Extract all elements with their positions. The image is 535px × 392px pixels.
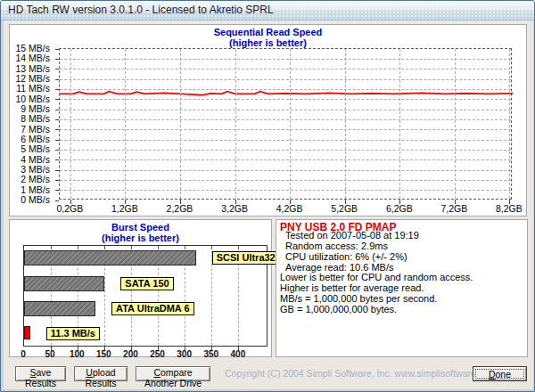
burst-x-axis-labels: 050100150200250300350400 bbox=[23, 349, 268, 360]
burst-plot-area: SCSI Ultra320SATA 150ATA UltraDMA 611.3 … bbox=[23, 245, 268, 347]
client-area: Sequential Read Speed (higher is better)… bbox=[4, 20, 533, 389]
burst-bar bbox=[24, 326, 30, 339]
hdtach-window: HD Tach RW version 3.0.1.0 - Licensed to… bbox=[0, 0, 535, 392]
seq-x-tick-label: 0,2GB bbox=[47, 203, 92, 214]
sequential-read-line bbox=[60, 92, 513, 95]
seq-y-tick-label: 12 MB/s bbox=[15, 73, 50, 84]
seq-y-tickmark bbox=[55, 89, 59, 90]
burst-top-tickmark bbox=[131, 246, 132, 249]
seq-y-tick-label: 11 MB/s bbox=[16, 83, 50, 94]
burst-bar-label: SCSI Ultra320 bbox=[212, 251, 285, 265]
seq-y-tickmark bbox=[55, 150, 59, 151]
seq-y-tick-label: 15 MB/s bbox=[15, 43, 50, 53]
burst-bar bbox=[24, 250, 196, 265]
seq-h-gridline bbox=[60, 140, 511, 141]
seq-y-tick-label: 6 MB/s bbox=[21, 134, 50, 144]
seq-h-gridline bbox=[60, 150, 511, 151]
seq-y-tickmark bbox=[55, 140, 59, 141]
note-mbs-definition: MB/s = 1,000,000 bytes per second. bbox=[280, 293, 473, 304]
seq-x-tick-label: 4,2GB bbox=[268, 203, 312, 214]
window-titlebar[interactable]: HD Tach RW version 3.0.1.0 - Licensed to… bbox=[1, 1, 534, 20]
stat-tested-on: Tested on 2007-05-08 at 19:19 bbox=[285, 230, 419, 241]
seq-y-tick-label: 7 MB/s bbox=[21, 124, 50, 135]
seq-y-tickmark bbox=[55, 159, 59, 160]
upload-results-button[interactable]: Upload Results bbox=[74, 366, 128, 381]
seq-h-gridline bbox=[60, 99, 511, 100]
burst-x-tick-label: 400 bbox=[222, 349, 254, 359]
seq-h-gridline bbox=[60, 159, 511, 160]
seq-v-gridline bbox=[180, 49, 181, 199]
seq-x-axis-labels: 0,2GB1,2GB2,2GB3,2GB4,2GB5,2GB6,2GB7,2GB… bbox=[59, 203, 512, 216]
drive-info-panel: PNY USB 2.0 FD PMAP Tested on 2007-05-08… bbox=[276, 219, 528, 357]
note-gb-definition: GB = 1,000,000,000 bytes. bbox=[280, 304, 473, 314]
seq-v-gridline bbox=[125, 49, 126, 199]
burst-bar bbox=[24, 301, 95, 316]
seq-y-tick-label: 0 MB/s bbox=[21, 194, 50, 205]
note-higher-better: Higher is better for average read. bbox=[280, 282, 473, 293]
seq-h-gridline bbox=[60, 190, 511, 191]
burst-bar-label: 11.3 MB/s bbox=[46, 327, 100, 340]
seq-y-tick-label: 14 MB/s bbox=[15, 53, 50, 63]
seq-y-tickmark bbox=[55, 49, 59, 50]
done-button[interactable]: Done bbox=[473, 366, 527, 381]
seq-x-tick-label: 1,2GB bbox=[103, 203, 147, 214]
seq-h-gridline bbox=[60, 110, 511, 110]
seq-h-gridline bbox=[60, 129, 511, 130]
burst-top-tickmark bbox=[78, 246, 78, 249]
seq-y-tickmark bbox=[55, 170, 59, 171]
seq-y-tickmark bbox=[55, 99, 59, 100]
burst-chart-subtitle: (higher is better) bbox=[10, 233, 271, 243]
seq-v-gridline bbox=[290, 49, 291, 199]
seq-y-tickmark bbox=[55, 190, 59, 191]
burst-top-tickmark bbox=[51, 246, 52, 249]
save-results-button[interactable]: Save Results bbox=[15, 366, 66, 381]
burst-speed-panel: Burst Speed (higher is better) SCSI Ultr… bbox=[9, 219, 272, 357]
seq-x-tick-label: 5,2GB bbox=[322, 203, 366, 214]
seq-y-tick-label: 9 MB/s bbox=[21, 103, 50, 114]
seq-y-tick-label: 8 MB/s bbox=[21, 113, 50, 124]
seq-y-tickmark bbox=[55, 200, 59, 201]
seq-h-gridline bbox=[60, 119, 511, 120]
burst-top-tickmark bbox=[211, 246, 212, 249]
burst-top-tickmark bbox=[104, 246, 105, 249]
seq-y-tickmark bbox=[55, 79, 59, 80]
sequential-read-panel: Sequential Read Speed (higher is better)… bbox=[9, 24, 527, 216]
seq-x-tick-label: 6,2GB bbox=[377, 203, 422, 214]
seq-x-tick-label: 3,2GB bbox=[212, 203, 257, 214]
drive-stats: Tested on 2007-05-08 at 19:19 Random acc… bbox=[285, 230, 419, 273]
burst-chart-title: Burst Speed bbox=[10, 222, 271, 233]
seq-v-gridline bbox=[399, 49, 400, 199]
seq-y-tickmark bbox=[55, 110, 59, 110]
seq-h-gridline bbox=[60, 79, 511, 80]
button-row: Save Results Upload Results Compare Anot… bbox=[4, 364, 533, 388]
seq-y-tick-label: 3 MB/s bbox=[21, 164, 50, 175]
seq-h-gridline bbox=[60, 170, 511, 171]
seq-chart-subtitle: (higher is better) bbox=[10, 37, 526, 48]
seq-chart-title: Sequential Read Speed bbox=[10, 27, 526, 37]
seq-h-gridline bbox=[60, 59, 511, 60]
seq-y-tickmark bbox=[55, 129, 59, 130]
seq-read-line-chart bbox=[60, 49, 513, 200]
burst-top-tickmark bbox=[238, 246, 239, 249]
burst-bar-label: ATA UltraDMA 6 bbox=[111, 302, 194, 315]
seq-y-tickmark bbox=[55, 180, 59, 181]
burst-bar bbox=[24, 276, 104, 291]
seq-v-gridline bbox=[70, 49, 71, 199]
seq-y-tickmark bbox=[55, 119, 59, 120]
copyright-text: Copyright (C) 2004 Simpli Software, Inc.… bbox=[225, 366, 497, 381]
seq-y-tick-label: 2 MB/s bbox=[21, 174, 50, 184]
seq-y-tickmark bbox=[55, 59, 59, 60]
seq-y-tick-label: 13 MB/s bbox=[15, 63, 50, 74]
seq-y-tick-label: 4 MB/s bbox=[21, 154, 50, 165]
seq-y-tickmark bbox=[55, 69, 59, 69]
seq-h-gridline bbox=[60, 69, 511, 69]
seq-plot-area bbox=[59, 48, 512, 200]
compare-another-drive-button[interactable]: Compare Another Drive bbox=[136, 366, 210, 381]
seq-y-tick-label: 5 MB/s bbox=[21, 143, 50, 154]
seq-y-axis-labels: 0 MB/s1 MB/s2 MB/s3 MB/s4 MB/s5 MB/s6 MB… bbox=[10, 48, 54, 200]
seq-h-gridline bbox=[60, 89, 511, 90]
seq-v-gridline bbox=[455, 49, 456, 199]
stat-random-access: Random access: 2.9ms bbox=[285, 241, 419, 251]
burst-top-tickmark bbox=[158, 246, 159, 249]
seq-x-tick-label: 2,2GB bbox=[157, 203, 202, 214]
